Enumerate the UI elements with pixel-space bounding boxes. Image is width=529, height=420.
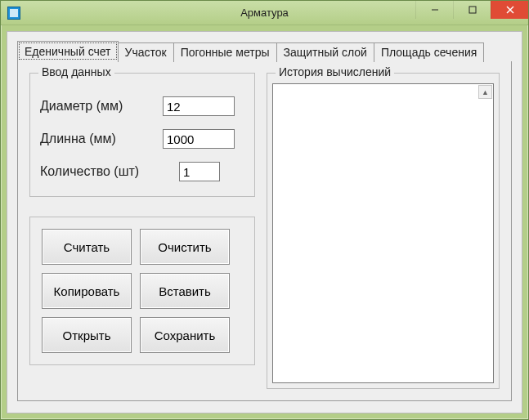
close-icon (506, 6, 514, 14)
tab-section[interactable]: Участок (118, 42, 174, 62)
right-column: История вычислений ▲ (267, 73, 500, 389)
input-groupbox: Ввод данных Диаметр (мм) Длинна (мм) Кол… (29, 73, 255, 197)
app-window: Арматура Еденичный счет Участок Погонные… (0, 0, 529, 420)
svg-rect-1 (469, 7, 476, 13)
titlebar: Арматура (1, 1, 528, 25)
clear-button[interactable]: Очистить (140, 229, 230, 265)
diameter-row: Диаметр (мм) (40, 96, 244, 116)
history-legend: История вычислений (276, 65, 394, 78)
input-group-legend: Ввод данных (38, 65, 114, 78)
open-button[interactable]: Открыть (42, 317, 132, 353)
calc-button[interactable]: Считать (42, 229, 132, 265)
tab-page: Ввод данных Диаметр (мм) Длинна (мм) Кол… (17, 61, 512, 401)
diameter-label: Диаметр (мм) (40, 99, 163, 114)
actions-groupbox: Считать Очистить Копировать Вставить Отк… (29, 217, 255, 365)
tab-protective-layer[interactable]: Защитный слой (276, 42, 374, 62)
count-input[interactable] (179, 162, 220, 181)
tab-single-calc[interactable]: Еденичный счет (17, 41, 119, 61)
paste-button[interactable]: Вставить (140, 273, 230, 309)
copy-button[interactable]: Копировать (42, 273, 132, 309)
diameter-input[interactable] (163, 96, 235, 116)
length-row: Длинна (мм) (40, 129, 244, 149)
button-grid: Считать Очистить Копировать Вставить Отк… (42, 229, 243, 353)
maximize-button[interactable] (453, 1, 491, 19)
count-row: Количество (шт) (40, 162, 244, 181)
minimize-icon (431, 6, 439, 14)
app-icon (7, 7, 20, 20)
history-textarea[interactable]: ▲ (272, 83, 494, 383)
save-button[interactable]: Сохранить (140, 317, 230, 353)
scroll-up-button[interactable]: ▲ (478, 85, 492, 99)
window-controls (415, 1, 528, 19)
count-label: Количество (шт) (40, 164, 179, 179)
length-label: Длинна (мм) (40, 132, 163, 146)
tab-linear-meters[interactable]: Погонные метры (173, 42, 277, 62)
maximize-icon (468, 6, 477, 14)
minimize-button[interactable] (415, 1, 453, 19)
close-button[interactable] (491, 1, 528, 19)
tab-strip: Еденичный счет Участок Погонные метры За… (17, 42, 512, 61)
left-column: Ввод данных Диаметр (мм) Длинна (мм) Кол… (29, 73, 255, 389)
chevron-up-icon: ▲ (482, 88, 489, 96)
history-groupbox: История вычислений ▲ (267, 73, 500, 389)
tab-cross-section-area[interactable]: Площадь сечения (374, 42, 484, 62)
client-area: Еденичный счет Участок Погонные метры За… (7, 31, 522, 413)
length-input[interactable] (163, 129, 235, 149)
